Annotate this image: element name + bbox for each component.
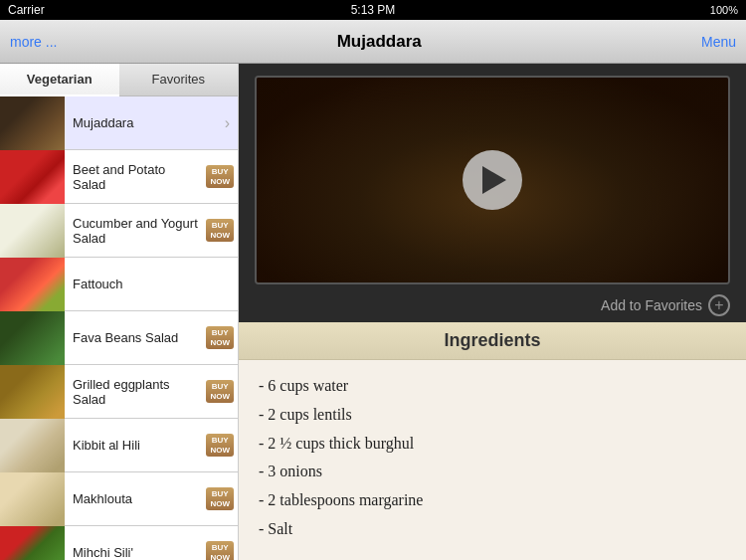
buy-now-badge[interactable]: BUY NOW xyxy=(206,219,234,242)
content-area: Add to Favorites + Ingredients - 6 cups … xyxy=(239,64,746,560)
list-item-thumb xyxy=(0,472,65,526)
add-to-favorites-label: Add to Favorites xyxy=(601,297,702,313)
list-item-label: Fava Beans Salad xyxy=(65,330,206,345)
list-item[interactable]: Fava Beans SaladBUY NOW xyxy=(0,311,238,365)
list-item-label: Mihchi Sili' xyxy=(65,545,206,560)
buy-now-badge[interactable]: BUY NOW xyxy=(206,165,234,188)
list-item-thumb xyxy=(0,96,65,150)
list-item-thumb xyxy=(0,365,65,419)
video-player[interactable] xyxy=(255,76,730,284)
buy-now-badge[interactable]: BUY NOW xyxy=(206,541,234,560)
favorites-row: Add to Favorites + xyxy=(239,288,746,322)
sidebar-tabs: Vegetarian Favorites xyxy=(0,64,238,96)
list-item-thumb xyxy=(0,258,65,311)
video-section xyxy=(239,64,746,288)
list-item-label: Makhlouta xyxy=(65,491,206,506)
recipe-section: Ingredients - 6 cups water- 2 cups lenti… xyxy=(239,322,746,560)
list-item-label: Mujaddara xyxy=(65,115,225,130)
ingredients-header: Ingredients xyxy=(239,322,746,360)
list-item-thumb xyxy=(0,204,65,258)
ingredient-item: - 2 cups lentils xyxy=(259,401,726,430)
chevron-right-icon: › xyxy=(225,114,230,132)
list-item-label: Kibbit al Hili xyxy=(65,438,206,453)
ingredient-item: - 6 cups water xyxy=(259,372,726,401)
ingredient-item: - 3 onions xyxy=(259,458,726,486)
ingredient-item: - Salt xyxy=(259,515,726,544)
list-item-thumb xyxy=(0,150,65,204)
list-item[interactable]: Fattouch xyxy=(0,258,238,311)
add-to-favorites-button[interactable]: Add to Favorites + xyxy=(601,294,730,316)
ingredient-item: - 2 tablespoons margarine xyxy=(259,486,726,515)
buy-now-badge[interactable]: BUY NOW xyxy=(206,434,234,457)
list-item-thumb xyxy=(0,526,65,561)
list-item-thumb xyxy=(0,311,65,365)
list-item[interactable]: MakhloutaBUY NOW xyxy=(0,472,238,526)
tab-vegetarian[interactable]: Vegetarian xyxy=(0,64,119,96)
list-item[interactable]: Mihchi Sili'BUY NOW xyxy=(0,526,238,560)
list-item[interactable]: Kibbit al HiliBUY NOW xyxy=(0,419,238,472)
list-item[interactable]: Grilled eggplants SaladBUY NOW xyxy=(0,365,238,419)
buy-now-badge[interactable]: BUY NOW xyxy=(206,380,234,403)
list-item[interactable]: Mujaddara› xyxy=(0,96,238,150)
list-item-label: Fattouch xyxy=(65,277,238,291)
buy-now-badge[interactable]: BUY NOW xyxy=(206,326,234,349)
main-layout: Vegetarian Favorites Mujaddara›Beet and … xyxy=(0,64,746,560)
time-label: 5:13 PM xyxy=(351,3,396,17)
play-button[interactable] xyxy=(463,150,522,210)
list-item-thumb xyxy=(0,419,65,472)
header-back-button[interactable]: more ... xyxy=(10,34,57,50)
tab-favorites[interactable]: Favorites xyxy=(119,64,239,95)
sidebar-list: Mujaddara›Beet and Potato SaladBUY NOWCu… xyxy=(0,96,238,560)
play-icon xyxy=(482,166,506,194)
header-title: Mujaddara xyxy=(337,32,422,52)
list-item[interactable]: Cucumber and Yogurt SaladBUY NOW xyxy=(0,204,238,258)
carrier-label: Carrier xyxy=(8,3,45,17)
buy-now-badge[interactable]: BUY NOW xyxy=(206,487,234,510)
list-item[interactable]: Beet and Potato SaladBUY NOW xyxy=(0,150,238,204)
battery-label: 100% xyxy=(710,4,738,16)
ingredient-item: - 2 ½ cups thick burghul xyxy=(259,430,726,459)
sidebar: Vegetarian Favorites Mujaddara›Beet and … xyxy=(0,64,239,560)
ingredients-list: - 6 cups water- 2 cups lentils- 2 ½ cups… xyxy=(259,372,726,544)
header-menu-button[interactable]: Menu xyxy=(701,34,736,50)
status-bar: Carrier 5:13 PM 100% xyxy=(0,0,746,20)
list-item-label: Beet and Potato Salad xyxy=(65,162,206,192)
list-item-label: Cucumber and Yogurt Salad xyxy=(65,216,206,246)
header: more ... Mujaddara Menu xyxy=(0,20,746,64)
plus-circle-icon: + xyxy=(708,294,730,316)
list-item-label: Grilled eggplants Salad xyxy=(65,377,206,407)
